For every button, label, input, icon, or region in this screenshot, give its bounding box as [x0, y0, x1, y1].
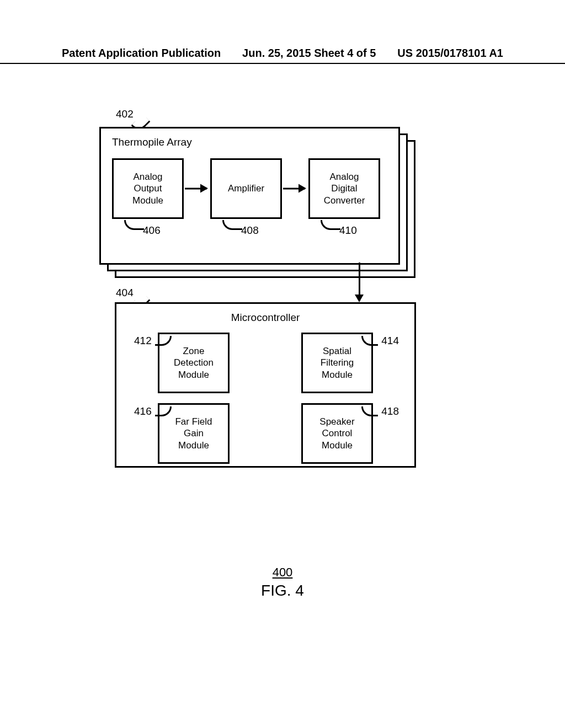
header-pub-number: US 2015/0178101 A1: [397, 47, 503, 60]
figure-number: 400: [0, 565, 565, 580]
ref-402: 402: [116, 108, 134, 120]
ref-412: 412: [134, 335, 152, 347]
amplifier-box: Amplifier: [210, 158, 282, 219]
far-field-gain-label: Far FieldGainModule: [175, 416, 212, 451]
spatial-filtering-box: SpatialFilteringModule: [301, 333, 373, 393]
ref-410: 410: [339, 224, 357, 237]
microcontroller-box: Microcontroller ZoneDetectionModule Spat…: [115, 302, 416, 468]
thermopile-row: AnalogOutputModule Amplifier AnalogDigit…: [112, 158, 387, 219]
thermopile-title: Thermopile Array: [112, 136, 387, 148]
adc-label: AnalogDigitalConverter: [324, 171, 365, 206]
amplifier-label: Amplifier: [228, 183, 264, 194]
header-publication: Patent Application Publication: [62, 47, 221, 60]
spatial-filtering-label: SpatialFilteringModule: [321, 345, 354, 381]
ref-404: 404: [116, 287, 134, 299]
microcontroller-grid: ZoneDetectionModule SpatialFilteringModu…: [116, 333, 414, 464]
figure-label: FIG. 4: [0, 582, 565, 599]
analog-output-module-box: AnalogOutputModule: [112, 158, 184, 219]
zone-detection-label: ZoneDetectionModule: [174, 345, 214, 381]
speaker-control-box: SpeakerControlModule: [301, 403, 373, 464]
figure-diagram: 402 Thermopile Array AnalogOutputModule …: [99, 110, 419, 287]
arrow-thermopile-to-microcontroller: [359, 263, 360, 301]
ref-406-leader: [124, 220, 144, 230]
ref-418: 418: [381, 405, 399, 417]
ref-406: 406: [143, 224, 161, 237]
microcontroller-title: Microcontroller: [116, 312, 414, 324]
arrow-amplifier-to-adc: [283, 188, 305, 190]
ref-416: 416: [134, 405, 152, 417]
adc-box: AnalogDigitalConverter: [308, 158, 380, 219]
ref-408: 408: [241, 224, 259, 237]
ref-410-leader: [321, 220, 340, 230]
ref-408-leader: [222, 220, 242, 230]
arrow-analogout-to-amplifier: [185, 188, 207, 190]
header-sheet-info: Jun. 25, 2015 Sheet 4 of 5: [242, 47, 376, 60]
ref-414: 414: [381, 335, 399, 347]
thermopile-array-stack: Thermopile Array AnalogOutputModule Ampl…: [99, 127, 419, 287]
speaker-control-label: SpeakerControlModule: [319, 416, 354, 451]
analog-output-label: AnalogOutputModule: [132, 171, 163, 206]
thermopile-array-box: Thermopile Array AnalogOutputModule Ampl…: [99, 127, 400, 265]
page-header: Patent Application Publication Jun. 25, …: [0, 47, 565, 64]
